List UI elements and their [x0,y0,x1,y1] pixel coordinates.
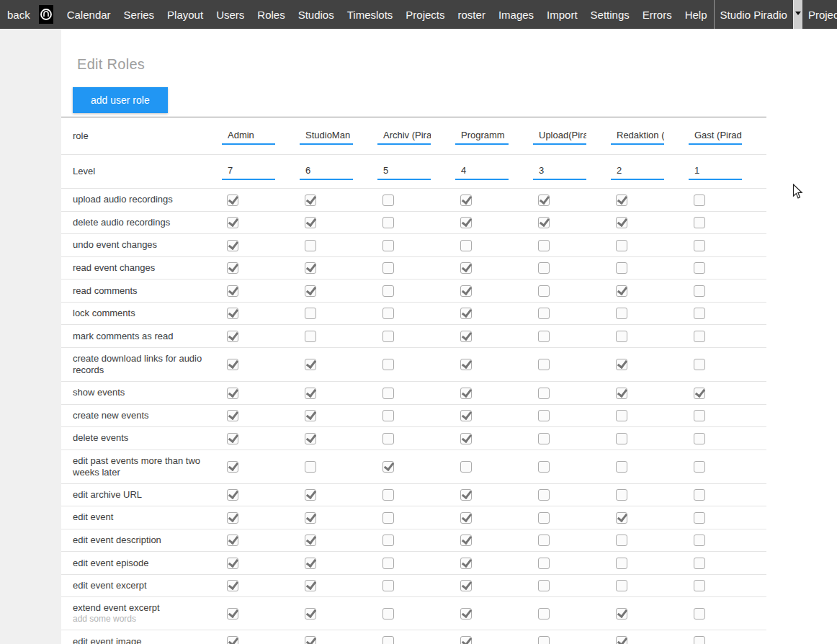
permission-checkbox-checked[interactable] [227,433,238,444]
permission-checkbox-checked[interactable] [305,535,316,546]
role-level-input[interactable] [222,163,275,180]
nav-item-studios[interactable]: Studios [292,0,341,29]
permission-checkbox-unchecked[interactable] [382,558,394,569]
permission-checkbox-checked[interactable] [305,388,316,399]
nav-item-calendar[interactable]: Calendar [61,0,117,29]
permission-checkbox-checked[interactable] [616,512,627,524]
permission-checkbox-unchecked[interactable] [538,433,550,444]
permission-checkbox-unchecked[interactable] [382,262,394,274]
permission-checkbox-unchecked[interactable] [538,608,550,620]
nav-item-projects[interactable]: Projects [399,0,451,29]
permission-checkbox-unchecked[interactable] [538,535,550,546]
role-level-input[interactable] [611,163,664,180]
permission-checkbox-unchecked[interactable] [616,558,627,569]
permission-checkbox-unchecked[interactable] [382,217,394,228]
permission-checkbox-checked[interactable] [227,461,238,473]
permission-checkbox-unchecked[interactable] [694,608,705,620]
permission-checkbox-checked[interactable] [305,580,316,591]
role-name-input[interactable] [222,128,275,145]
permission-checkbox-checked[interactable] [616,388,627,399]
permission-checkbox-checked[interactable] [460,388,472,399]
permission-checkbox-unchecked[interactable] [694,535,705,546]
nav-item-roster[interactable]: roster [452,0,492,29]
nav-item-users[interactable]: Users [210,0,251,29]
permission-checkbox-unchecked[interactable] [382,535,394,546]
permission-checkbox-checked[interactable] [227,217,238,228]
permission-checkbox-unchecked[interactable] [382,331,394,342]
permission-checkbox-unchecked[interactable] [460,461,472,473]
permission-checkbox-checked[interactable] [227,308,238,319]
add-user-role-button[interactable]: add user role [73,87,168,113]
permission-checkbox-checked[interactable] [616,217,627,228]
permission-checkbox-unchecked[interactable] [382,388,394,399]
permission-checkbox-unchecked[interactable] [694,285,705,297]
role-name-input[interactable] [300,128,353,145]
permission-checkbox-checked[interactable] [227,636,238,644]
permission-checkbox-unchecked[interactable] [694,262,705,274]
project-select[interactable]: Project 88vier [802,0,837,29]
permission-checkbox-unchecked[interactable] [538,308,550,319]
permission-checkbox-unchecked[interactable] [382,240,394,251]
permission-checkbox-unchecked[interactable] [616,535,627,546]
permission-checkbox-unchecked[interactable] [694,240,705,251]
permission-checkbox-checked[interactable] [616,359,627,370]
permission-checkbox-unchecked[interactable] [694,461,705,473]
permission-checkbox-checked[interactable] [305,608,316,620]
permission-checkbox-checked[interactable] [227,262,238,274]
studio-select[interactable]: Studio Piradio [715,0,802,29]
permission-checkbox-unchecked[interactable] [538,580,550,591]
permission-checkbox-unchecked[interactable] [538,331,550,342]
piradio-logo-icon[interactable] [39,5,53,24]
permission-checkbox-unchecked[interactable] [694,331,705,342]
role-name-input[interactable] [377,128,431,145]
permission-checkbox-unchecked[interactable] [305,308,316,319]
permission-checkbox-unchecked[interactable] [694,308,705,319]
permission-checkbox-unchecked[interactable] [616,308,627,319]
permission-checkbox-unchecked[interactable] [538,388,550,399]
permission-checkbox-unchecked[interactable] [694,558,705,569]
permission-checkbox-checked[interactable] [227,285,238,297]
permission-checkbox-checked[interactable] [305,558,316,569]
permission-checkbox-checked[interactable] [305,217,316,228]
permission-checkbox-unchecked[interactable] [382,285,394,297]
chevron-down-icon[interactable] [793,0,802,29]
permission-checkbox-checked[interactable] [305,410,316,421]
permission-checkbox-checked[interactable] [227,359,238,370]
back-button[interactable]: back [0,0,39,29]
permission-checkbox-checked[interactable] [460,636,472,644]
permission-checkbox-unchecked[interactable] [538,489,550,501]
permission-checkbox-unchecked[interactable] [538,285,550,297]
permission-checkbox-unchecked[interactable] [382,359,394,370]
permission-checkbox-checked[interactable] [616,608,627,620]
nav-item-help[interactable]: Help [679,0,714,29]
role-name-input[interactable] [611,128,664,145]
permission-checkbox-checked[interactable] [305,359,316,370]
permission-checkbox-unchecked[interactable] [616,580,627,591]
permission-checkbox-checked[interactable] [305,262,316,274]
permission-checkbox-unchecked[interactable] [694,636,705,644]
permission-checkbox-checked[interactable] [227,331,238,342]
permission-checkbox-checked[interactable] [460,580,472,591]
permission-checkbox-checked[interactable] [460,512,472,524]
nav-item-errors[interactable]: Errors [636,0,679,29]
permission-checkbox-unchecked[interactable] [382,636,394,644]
permission-checkbox-checked[interactable] [227,608,238,620]
permission-checkbox-unchecked[interactable] [538,636,550,644]
permission-checkbox-checked[interactable] [460,433,472,444]
permission-checkbox-unchecked[interactable] [305,331,316,342]
permission-checkbox-checked[interactable] [305,433,316,444]
permission-checkbox-checked[interactable] [227,410,238,421]
permission-checkbox-checked[interactable] [227,489,238,501]
nav-item-playout[interactable]: Playout [161,0,210,29]
nav-item-roles[interactable]: Roles [251,0,291,29]
permission-checkbox-unchecked[interactable] [694,433,705,444]
nav-item-timeslots[interactable]: Timeslots [341,0,400,29]
permission-checkbox-checked[interactable] [227,388,238,399]
permission-checkbox-checked[interactable] [460,489,472,501]
permission-checkbox-checked[interactable] [227,558,238,569]
permission-checkbox-checked[interactable] [305,285,316,297]
permission-checkbox-checked[interactable] [460,331,472,342]
permission-checkbox-checked[interactable] [460,262,472,274]
permission-checkbox-checked[interactable] [305,194,316,206]
permission-checkbox-checked[interactable] [227,194,238,206]
